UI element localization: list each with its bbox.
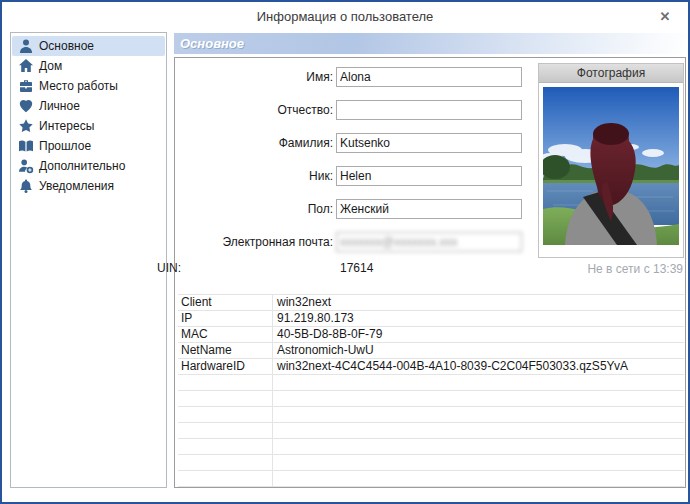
table-row[interactable]	[178, 407, 684, 423]
person-icon	[17, 38, 35, 54]
photo-box: Фотография	[538, 63, 684, 258]
field-row-last-name: Фамилия:	[175, 133, 524, 153]
sidebar-item-additional[interactable]: Дополнительно	[12, 156, 165, 176]
table-key-cell	[178, 423, 273, 438]
sidebar-item-past[interactable]: Прошлое	[12, 136, 165, 156]
table-key-cell: MAC	[178, 327, 273, 342]
sidebar-item-label: Уведомления	[39, 179, 114, 193]
sidebar-list: ОсновноеДомМесто работыЛичноеИнтересыПро…	[10, 32, 167, 488]
sidebar-item-home[interactable]: Дом	[12, 56, 165, 76]
online-status: Не в сети с 13:39	[587, 262, 683, 276]
middle-name-field[interactable]	[336, 100, 522, 120]
close-icon[interactable]: ✕	[656, 8, 674, 26]
uin-row: UIN: 17614	[175, 261, 535, 277]
uin-label: UIN:	[157, 261, 181, 275]
table-row[interactable]	[178, 423, 684, 439]
sidebar-item-label: Дом	[39, 59, 62, 73]
table-key-cell: IP	[178, 311, 273, 326]
field-row-email: Электронная почта:	[175, 232, 524, 252]
book-icon	[17, 138, 35, 154]
dialog-title: Информация о пользователе	[2, 9, 688, 24]
table-row[interactable]: IP91.219.80.173	[178, 311, 684, 327]
details-table: Clientwin32nextIP91.219.80.173MAC40-5B-D…	[178, 294, 684, 487]
table-key-cell	[178, 407, 273, 422]
profile-photo	[543, 87, 679, 245]
table-row[interactable]	[178, 471, 684, 487]
first-name-label: Имя:	[306, 70, 333, 84]
last-name-field[interactable]	[336, 133, 522, 153]
sidebar-item-personal[interactable]: Личное	[12, 96, 165, 116]
photo-header-button[interactable]: Фотография	[539, 64, 683, 83]
table-key-cell: NetName	[178, 343, 273, 358]
field-row-nick: Ник:	[175, 166, 524, 186]
table-key-cell	[178, 375, 273, 390]
table-row[interactable]	[178, 375, 684, 391]
sidebar-item-label: Дополнительно	[39, 159, 125, 173]
heart-icon	[17, 98, 35, 114]
last-name-label: Фамилия:	[279, 136, 333, 150]
sidebar-item-interests[interactable]: Интересы	[12, 116, 165, 136]
table-row[interactable]: Clientwin32next	[178, 295, 684, 311]
table-value-cell	[273, 391, 684, 406]
gender-field[interactable]	[336, 199, 522, 219]
person-plus-icon	[17, 158, 35, 174]
table-value-cell: win32next-4C4C4544-004B-4A10-8039-C2C04F…	[273, 359, 684, 374]
table-key-cell: HardwareID	[178, 359, 273, 374]
table-key-cell	[178, 455, 273, 470]
table-value-cell	[273, 439, 684, 454]
table-row[interactable]: HardwareIDwin32next-4C4C4544-004B-4A10-8…	[178, 359, 684, 375]
field-row-first-name: Имя:	[175, 67, 524, 87]
table-key-cell	[178, 471, 273, 486]
email-label: Электронная почта:	[223, 235, 333, 249]
sidebar-item-label: Место работы	[39, 79, 118, 93]
sidebar-item-work[interactable]: Место работы	[12, 76, 165, 96]
table-value-cell	[273, 375, 684, 390]
table-value-cell	[273, 407, 684, 422]
sidebar-item-label: Личное	[39, 99, 80, 113]
table-row[interactable]	[178, 439, 684, 455]
table-key-cell	[178, 391, 273, 406]
bell-icon	[17, 178, 35, 194]
table-value-cell: 40-5B-D8-8B-0F-79	[273, 327, 684, 342]
table-key-cell: Client	[178, 295, 273, 310]
table-value-cell	[273, 455, 684, 470]
nick-label: Ник:	[309, 169, 333, 183]
home-icon	[17, 58, 35, 74]
section-header: Основное	[174, 33, 688, 54]
table-row[interactable]	[178, 391, 684, 407]
star-icon	[17, 118, 35, 134]
user-info-dialog: Информация о пользователе ✕ ОсновноеДомМ…	[0, 0, 690, 504]
table-value-cell: win32next	[273, 295, 684, 310]
uin-value: 17614	[340, 261, 373, 275]
table-value-cell: 91.219.80.173	[273, 311, 684, 326]
table-key-cell	[178, 439, 273, 454]
titlebar: Информация о пользователе ✕	[2, 2, 688, 32]
sidebar-item-label: Интересы	[39, 119, 94, 133]
table-row[interactable]: MAC40-5B-D8-8B-0F-79	[178, 327, 684, 343]
table-row[interactable]	[178, 455, 684, 471]
briefcase-icon	[17, 78, 35, 94]
nick-field[interactable]	[336, 166, 522, 186]
sidebar-item-basic[interactable]: Основное	[12, 36, 165, 56]
table-value-cell: Astronomich-UwU	[273, 343, 684, 358]
field-row-gender: Пол:	[175, 199, 524, 219]
email-field[interactable]	[336, 232, 522, 252]
table-value-cell	[273, 471, 684, 486]
sidebar-item-label: Прошлое	[39, 139, 91, 153]
field-row-middle-name: Отчество:	[175, 100, 524, 120]
middle-name-label: Отчество:	[278, 103, 334, 117]
main-panel: Имя:Отчество:Фамилия:Ник:Пол:Электронная…	[174, 57, 686, 488]
sidebar-item-notifications[interactable]: Уведомления	[12, 176, 165, 196]
table-value-cell	[273, 423, 684, 438]
sidebar-item-label: Основное	[39, 39, 94, 53]
first-name-field[interactable]	[336, 67, 522, 87]
gender-label: Пол:	[308, 202, 333, 216]
table-row[interactable]: NetNameAstronomich-UwU	[178, 343, 684, 359]
